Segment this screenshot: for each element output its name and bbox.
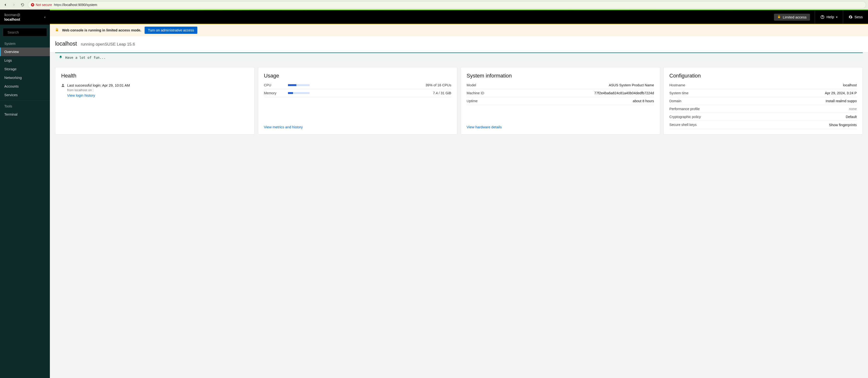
config-row: Hostnamelocalhost [670, 83, 857, 89]
page-title: localhost [55, 40, 77, 47]
usage-card: Usage CPU 39% of 16 CPUs Memory 7.4 / 31… [258, 67, 458, 135]
arrow-right-icon [12, 3, 16, 7]
memory-progress [288, 92, 310, 94]
os-description: running openSUSE Leap 15.6 [81, 42, 135, 47]
cpu-progress [288, 84, 310, 86]
nav-group-tools: Tools [0, 101, 50, 110]
view-hardware-link[interactable]: View hardware details [467, 125, 502, 129]
sidebar: lkocman@ localhost ▾ System Overview Log… [0, 9, 50, 378]
usage-title: Usage [264, 73, 452, 79]
sidebar-item-logs[interactable]: Logs [0, 56, 50, 65]
sysinfo-title: System information [467, 73, 654, 79]
health-title: Health [61, 73, 249, 79]
nav-group-system: System [0, 38, 50, 48]
limited-access-label: Limited access [783, 15, 806, 19]
view-login-history-link[interactable]: View login history [67, 93, 95, 97]
reload-icon [21, 3, 25, 7]
browser-chrome: ✕ Not secure https://localhost:9090/syst… [0, 0, 868, 9]
health-card: Health Last successful login: Apr 29, 10… [55, 67, 255, 135]
svg-point-3 [822, 18, 823, 18]
cpu-label: CPU [264, 83, 286, 87]
host-switcher[interactable]: lkocman@ localhost ▾ [0, 9, 50, 25]
user-icon [61, 84, 65, 97]
sysinfo-row: Uptimeabout 8 hours [467, 97, 654, 105]
browser-forward-button[interactable] [10, 1, 17, 8]
memory-label: Memory [264, 91, 286, 95]
limited-access-badge[interactable]: Limited access [774, 14, 810, 21]
motd-text: Have a lot of fun... [65, 56, 106, 59]
config-row: System timeApr 29, 2024, 3:24 P [670, 89, 857, 97]
motd-banner: Have a lot of fun... [55, 53, 863, 62]
config-row: Secure shell keysShow fingerprints [670, 121, 857, 129]
sysinfo-row: ModelASUS System Product Name [467, 83, 654, 89]
chevron-down-icon: ▾ [44, 16, 45, 19]
topbar: Limited access Help ▾ Sess [50, 10, 868, 24]
configuration-card: Configuration Hostnamelocalhost System t… [663, 67, 863, 135]
sidebar-item-networking[interactable]: Networking [0, 74, 50, 82]
not-secure-icon: ✕ [31, 3, 34, 6]
sidebar-item-overview[interactable]: Overview [0, 48, 50, 56]
arrow-left-icon [3, 3, 7, 7]
session-menu[interactable]: Sess [843, 10, 868, 24]
memory-value: 7.4 / 31 GiB [312, 91, 452, 95]
sidebar-item-terminal[interactable]: Terminal [0, 110, 50, 119]
config-row: Cryptographic policyDefault [670, 113, 857, 121]
config-title: Configuration [670, 73, 857, 79]
usage-memory-row: Memory 7.4 / 31 GiB [264, 89, 452, 97]
page-header: localhost running openSUSE Leap 15.6 [50, 36, 868, 53]
show-fingerprints-link[interactable]: Show fingerprints [829, 123, 857, 127]
help-icon [820, 15, 825, 19]
session-user: lkocman@ [4, 13, 20, 17]
usage-cpu-row: CPU 39% of 16 CPUs [264, 83, 452, 89]
sidebar-item-storage[interactable]: Storage [0, 65, 50, 74]
sidebar-item-accounts[interactable]: Accounts [0, 82, 50, 91]
not-secure-label: Not secure [36, 3, 52, 7]
cpu-value: 39% of 16 CPUs [312, 83, 452, 87]
config-row: DomainInstall realmd suppo [670, 97, 857, 105]
last-login-text: Last successful login: Apr 29, 10:01 AM [67, 83, 130, 87]
view-metrics-link[interactable]: View metrics and history [264, 125, 303, 129]
sysinfo-row: Machine ID77f2e4ba6a824c81a40b04dedfb722… [467, 89, 654, 97]
sidebar-item-services[interactable]: Services [0, 91, 50, 99]
help-menu[interactable]: Help ▾ [815, 10, 843, 24]
chevron-down-icon: ▾ [836, 16, 838, 19]
turn-on-admin-button[interactable]: Turn on administrative access [145, 27, 197, 34]
browser-url-bar[interactable]: ✕ Not secure https://localhost:9090/syst… [28, 1, 866, 8]
lock-icon [55, 28, 59, 32]
sidebar-search[interactable] [3, 28, 47, 36]
session-label: Sess [855, 15, 863, 19]
session-host: localhost [4, 17, 20, 21]
login-from-text: from localhost on : [67, 88, 130, 92]
banner-message: Web console is running in limited access… [62, 28, 141, 32]
lock-icon [777, 15, 781, 19]
main-content: Limited access Help ▾ Sess Web console i… [50, 9, 868, 378]
limited-access-banner: Web console is running in limited access… [50, 24, 868, 36]
bell-icon [59, 55, 62, 59]
browser-back-button[interactable] [2, 1, 9, 8]
system-info-card: System information ModelASUS System Prod… [461, 67, 660, 135]
config-row: Performance profilenone [670, 105, 857, 113]
browser-reload-button[interactable] [19, 1, 26, 8]
browser-url-text: https://localhost:9090/system [54, 3, 97, 7]
not-secure-indicator: ✕ Not secure [31, 3, 52, 7]
search-input[interactable] [7, 30, 53, 34]
gear-icon [848, 15, 852, 19]
help-label: Help [827, 15, 834, 19]
